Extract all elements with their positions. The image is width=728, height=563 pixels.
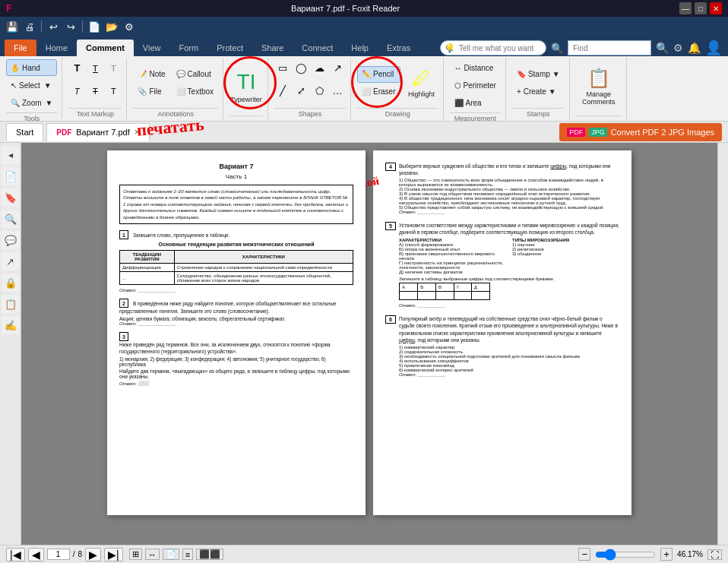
tab-form[interactable]: Form bbox=[169, 40, 207, 56]
sidebar-form[interactable]: 📋 bbox=[2, 295, 20, 313]
convert-pdf-button[interactable]: PDF JPG Convert PDF 2 JPG Images bbox=[559, 123, 722, 141]
stamp-button[interactable]: 🔖 Stamp ▼ bbox=[512, 66, 565, 83]
maximize-button[interactable]: □ bbox=[695, 2, 707, 14]
textbox-button[interactable]: ⬜ Textbox bbox=[172, 84, 218, 100]
text-markup-t1[interactable]: T bbox=[68, 61, 85, 75]
qat-redo[interactable]: ↪ bbox=[63, 19, 78, 34]
first-page-button[interactable]: |◀ bbox=[6, 548, 25, 561]
tab-share[interactable]: Share bbox=[252, 40, 293, 56]
eraser-button[interactable]: ⬜ Eraser bbox=[357, 84, 400, 100]
q1-row1: Дифференциация Стремление народов к сохр… bbox=[120, 263, 353, 271]
sidebar-security[interactable]: 🔒 bbox=[2, 274, 20, 292]
total-pages: 8 bbox=[78, 550, 82, 558]
last-page-button[interactable]: ▶| bbox=[104, 548, 123, 561]
select-tool-button[interactable]: ↖ Select ▼ bbox=[6, 77, 57, 93]
qat-undo[interactable]: ↩ bbox=[46, 19, 61, 34]
callout-button[interactable]: 💬 Callout bbox=[172, 66, 218, 83]
create-button[interactable]: + Create ▼ bbox=[512, 84, 565, 100]
doc-tab-close-button[interactable]: × bbox=[135, 127, 140, 138]
manage-comments-button[interactable]: 📋 Manage Comments bbox=[576, 65, 622, 109]
q5-columns: ХАРАКТЕРИСТИКИ А) способ формированияБ) … bbox=[399, 238, 619, 274]
ribbon-tabs: File Home Comment View Form Protect Shar… bbox=[0, 36, 728, 56]
file-button[interactable]: 📎 File bbox=[133, 84, 169, 100]
fullscreen-button[interactable]: ⛶ bbox=[707, 549, 722, 560]
sidebar-page-thumb[interactable]: 📄 bbox=[2, 167, 20, 185]
two-page-button[interactable]: ⬛⬛ bbox=[196, 549, 223, 560]
qat-open[interactable]: 📂 bbox=[104, 19, 119, 34]
polygon-shape-button[interactable]: ⬠ bbox=[311, 84, 328, 98]
pdf-area[interactable]: Вариант 7 Часть 1 Ответами к заданиям 1–… bbox=[21, 143, 717, 545]
sidebar-comments-panel[interactable]: 💬 bbox=[2, 231, 20, 249]
page-input[interactable] bbox=[47, 549, 70, 560]
pdf-part: Часть 1 bbox=[119, 173, 353, 180]
right-scrollbar[interactable] bbox=[717, 143, 728, 545]
settings-button[interactable]: ⚙ bbox=[673, 42, 683, 54]
tab-extras[interactable]: Extras bbox=[378, 40, 419, 56]
hand-tool-button[interactable]: ✋ Hand bbox=[6, 59, 57, 76]
zoom-out-button[interactable]: − bbox=[578, 548, 590, 561]
notification-button[interactable]: 🔔 bbox=[688, 42, 701, 54]
continuous-page-button[interactable]: ≡ bbox=[182, 549, 193, 560]
zoom-dropdown-icon: ▼ bbox=[46, 99, 53, 107]
rect-shape-button[interactable]: ▭ bbox=[274, 61, 291, 75]
qat-new[interactable]: 📄 bbox=[87, 19, 102, 34]
tab-file[interactable]: File bbox=[5, 40, 36, 56]
find-search-button[interactable]: 🔍 bbox=[656, 42, 669, 54]
text-markup-t5[interactable]: T bbox=[87, 84, 103, 98]
note-button[interactable]: 📝 Note bbox=[133, 66, 169, 83]
q3-answer-label: Ответ: ⬜⬜ bbox=[119, 381, 353, 386]
prev-page-button[interactable]: ◀ bbox=[28, 548, 44, 561]
ellipse-shape-button[interactable]: ◯ bbox=[293, 61, 309, 75]
fit-page-button[interactable]: ⊞ bbox=[129, 549, 142, 560]
qat-print[interactable]: 🖨 bbox=[22, 19, 37, 34]
text-markup-t2[interactable]: T bbox=[87, 61, 103, 75]
zoom-tool-button[interactable]: 🔍 Zoom ▼ bbox=[6, 94, 57, 111]
find-input[interactable] bbox=[568, 40, 651, 55]
arrow-shape-button[interactable]: ↗ bbox=[329, 61, 346, 75]
doc-tab-start[interactable]: Start bbox=[6, 123, 43, 141]
pencil-button[interactable]: ✏️ Pencil bbox=[357, 66, 400, 83]
tab-connect[interactable]: Connect bbox=[293, 40, 342, 56]
text-markup-t4[interactable]: T bbox=[68, 84, 85, 98]
shapes-content: ▭ ◯ ☁ ↗ ╱ ⤢ ⬠ … bbox=[274, 59, 346, 106]
page-separator: / bbox=[73, 550, 75, 558]
sidebar-bookmark[interactable]: 🔖 bbox=[2, 188, 20, 207]
single-page-button[interactable]: 📄 bbox=[163, 549, 179, 560]
sidebar-arrow-left[interactable]: ◀ bbox=[2, 146, 20, 164]
close-button[interactable]: ✕ bbox=[710, 2, 722, 14]
tab-view[interactable]: View bbox=[134, 40, 170, 56]
qat-save[interactable]: 💾 bbox=[5, 19, 20, 34]
zoom-slider[interactable] bbox=[595, 549, 656, 561]
next-page-button[interactable]: ▶ bbox=[85, 548, 101, 561]
tab-help[interactable]: Help bbox=[342, 40, 378, 56]
user-button[interactable]: 👤 bbox=[705, 40, 722, 56]
tell-me-input[interactable] bbox=[440, 40, 546, 55]
q2-terms: Акция; ценная бумага; облигация; вексель… bbox=[119, 316, 353, 321]
highlight-button[interactable]: 🖊 Highlight bbox=[405, 61, 438, 105]
cloud-shape-button[interactable]: ☁ bbox=[311, 61, 328, 75]
fit-width-button[interactable]: ↔ bbox=[145, 549, 160, 560]
sidebar-signature[interactable]: ✍ bbox=[2, 316, 20, 334]
zoom-in-button[interactable]: + bbox=[660, 548, 673, 561]
area-button[interactable]: ⬛ Area bbox=[450, 94, 501, 111]
more-shapes-button[interactable]: … bbox=[329, 84, 346, 98]
q5-answer-label: Ответ: ___________ bbox=[399, 303, 619, 308]
tab-protect[interactable]: Protect bbox=[207, 40, 252, 56]
textbox-icon: ⬜ bbox=[176, 87, 185, 96]
question-6: 6 Популярный актёр и телеведущий на собс… bbox=[385, 315, 619, 378]
perimeter-button[interactable]: ⬡ Perimeter bbox=[450, 77, 501, 93]
sidebar-share[interactable]: ↗ bbox=[2, 252, 20, 270]
line-shape-button[interactable]: ╱ bbox=[274, 84, 291, 98]
question-3: 3 Ниже приведён ряд терминов. Все они, з… bbox=[119, 332, 353, 386]
tab-home[interactable]: Home bbox=[36, 40, 77, 56]
typewriter-button[interactable]: TI Typewriter bbox=[229, 65, 263, 109]
minimize-button[interactable]: — bbox=[679, 2, 692, 14]
distance-button[interactable]: ↔ Distance bbox=[450, 59, 501, 76]
text-markup-t3[interactable]: T bbox=[105, 61, 122, 75]
text-markup-t6[interactable]: T bbox=[105, 84, 122, 98]
polyline-shape-button[interactable]: ⤢ bbox=[293, 84, 309, 98]
doc-tab-variant[interactable]: PDF Вариант 7.pdf × bbox=[46, 123, 149, 141]
sidebar-search-panel[interactable]: 🔍 bbox=[2, 210, 20, 228]
tab-comment[interactable]: Comment bbox=[77, 40, 134, 56]
qat-settings[interactable]: ⚙ bbox=[122, 19, 137, 34]
